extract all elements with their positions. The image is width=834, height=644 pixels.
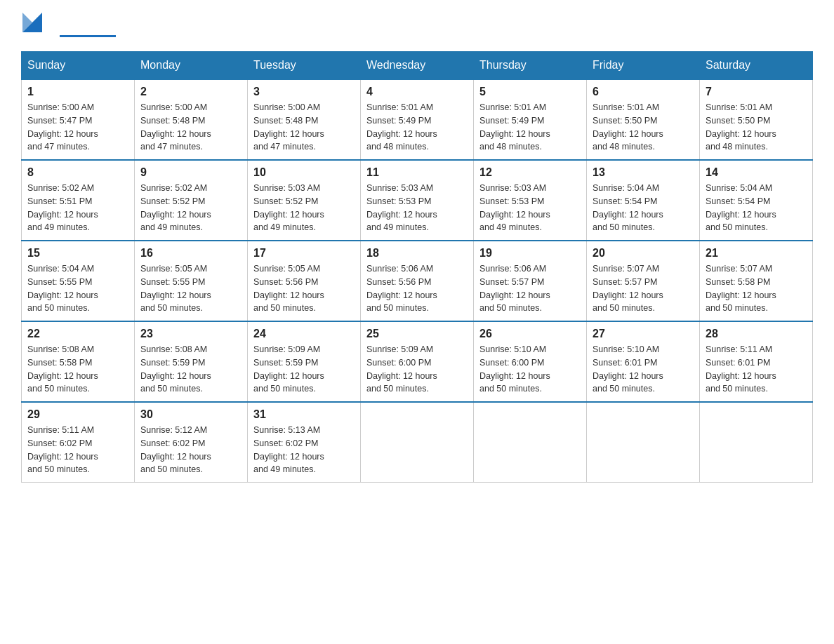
day-number: 2: [140, 86, 241, 98]
calendar-cell: 5 Sunrise: 5:01 AM Sunset: 5:49 PM Dayli…: [474, 79, 587, 160]
calendar-cell: 15 Sunrise: 5:04 AM Sunset: 5:55 PM Dayl…: [22, 241, 135, 321]
day-info: Sunrise: 5:11 AM Sunset: 6:01 PM Dayligh…: [706, 343, 807, 396]
calendar-cell: 28 Sunrise: 5:11 AM Sunset: 6:01 PM Dayl…: [700, 321, 813, 402]
day-number: 21: [706, 247, 807, 260]
calendar-cell: 22 Sunrise: 5:08 AM Sunset: 5:58 PM Dayl…: [22, 321, 135, 402]
day-info: Sunrise: 5:06 AM Sunset: 5:57 PM Dayligh…: [479, 262, 581, 315]
day-info: Sunrise: 5:10 AM Sunset: 6:01 PM Dayligh…: [593, 343, 694, 396]
logo: [21, 14, 44, 34]
day-number: 10: [253, 166, 355, 179]
day-info: Sunrise: 5:09 AM Sunset: 5:59 PM Dayligh…: [253, 343, 355, 396]
weekday-header-friday: Friday: [587, 52, 700, 80]
logo-area: [21, 14, 116, 37]
day-number: 23: [140, 328, 241, 340]
calendar-cell: 16 Sunrise: 5:05 AM Sunset: 5:55 PM Dayl…: [135, 241, 248, 321]
day-number: 13: [593, 166, 694, 179]
calendar-cell: 8 Sunrise: 5:02 AM Sunset: 5:51 PM Dayli…: [22, 160, 135, 241]
day-number: 11: [366, 166, 468, 179]
day-number: 3: [253, 86, 355, 98]
calendar-cell: 10 Sunrise: 5:03 AM Sunset: 5:52 PM Dayl…: [248, 160, 361, 241]
day-info: Sunrise: 5:01 AM Sunset: 5:49 PM Dayligh…: [479, 101, 581, 154]
day-info: Sunrise: 5:01 AM Sunset: 5:50 PM Dayligh…: [706, 101, 807, 154]
calendar-cell: 4 Sunrise: 5:01 AM Sunset: 5:49 PM Dayli…: [361, 79, 474, 160]
day-number: 15: [27, 247, 128, 260]
calendar-cell: 11 Sunrise: 5:03 AM Sunset: 5:53 PM Dayl…: [361, 160, 474, 241]
day-number: 30: [140, 408, 241, 421]
day-number: 16: [140, 247, 241, 260]
calendar-cell: 3 Sunrise: 5:00 AM Sunset: 5:48 PM Dayli…: [248, 79, 361, 160]
day-info: Sunrise: 5:11 AM Sunset: 6:02 PM Dayligh…: [27, 424, 128, 476]
calendar-cell: 21 Sunrise: 5:07 AM Sunset: 5:58 PM Dayl…: [700, 241, 813, 321]
day-number: 9: [140, 166, 241, 179]
calendar-cell: 7 Sunrise: 5:01 AM Sunset: 5:50 PM Dayli…: [700, 79, 813, 160]
day-info: Sunrise: 5:06 AM Sunset: 5:56 PM Dayligh…: [366, 262, 468, 315]
calendar-cell: [700, 402, 813, 483]
page-header: [21, 14, 813, 37]
weekday-header-monday: Monday: [135, 52, 248, 80]
day-info: Sunrise: 5:00 AM Sunset: 5:48 PM Dayligh…: [140, 101, 241, 154]
calendar-cell: 25 Sunrise: 5:09 AM Sunset: 6:00 PM Dayl…: [361, 321, 474, 402]
week-row-4: 22 Sunrise: 5:08 AM Sunset: 5:58 PM Dayl…: [22, 321, 813, 402]
week-row-2: 8 Sunrise: 5:02 AM Sunset: 5:51 PM Dayli…: [22, 160, 813, 241]
calendar-cell: [361, 402, 474, 483]
day-number: 24: [253, 328, 355, 340]
day-number: 1: [27, 86, 128, 98]
calendar-cell: 13 Sunrise: 5:04 AM Sunset: 5:54 PM Dayl…: [587, 160, 700, 241]
weekday-header-thursday: Thursday: [474, 52, 587, 80]
weekday-header-tuesday: Tuesday: [248, 52, 361, 80]
day-number: 19: [479, 247, 581, 260]
day-number: 25: [366, 328, 468, 340]
day-info: Sunrise: 5:07 AM Sunset: 5:58 PM Dayligh…: [706, 262, 807, 315]
day-info: Sunrise: 5:13 AM Sunset: 6:02 PM Dayligh…: [253, 424, 355, 476]
day-number: 8: [27, 166, 128, 179]
calendar-table: SundayMondayTuesdayWednesdayThursdayFrid…: [21, 51, 813, 483]
week-row-5: 29 Sunrise: 5:11 AM Sunset: 6:02 PM Dayl…: [22, 402, 813, 483]
day-number: 20: [593, 247, 694, 260]
day-info: Sunrise: 5:05 AM Sunset: 5:56 PM Dayligh…: [253, 262, 355, 315]
day-info: Sunrise: 5:03 AM Sunset: 5:53 PM Dayligh…: [479, 182, 581, 234]
day-info: Sunrise: 5:03 AM Sunset: 5:52 PM Dayligh…: [253, 182, 355, 234]
calendar-cell: 19 Sunrise: 5:06 AM Sunset: 5:57 PM Dayl…: [474, 241, 587, 321]
calendar-cell: 20 Sunrise: 5:07 AM Sunset: 5:57 PM Dayl…: [587, 241, 700, 321]
logo-underline: [60, 35, 116, 37]
day-number: 31: [253, 408, 355, 421]
calendar-cell: 9 Sunrise: 5:02 AM Sunset: 5:52 PM Dayli…: [135, 160, 248, 241]
day-info: Sunrise: 5:05 AM Sunset: 5:55 PM Dayligh…: [140, 262, 241, 315]
calendar-cell: 23 Sunrise: 5:08 AM Sunset: 5:59 PM Dayl…: [135, 321, 248, 402]
day-info: Sunrise: 5:07 AM Sunset: 5:57 PM Dayligh…: [593, 262, 694, 315]
day-info: Sunrise: 5:00 AM Sunset: 5:48 PM Dayligh…: [253, 101, 355, 154]
day-number: 18: [366, 247, 468, 260]
day-number: 6: [593, 86, 694, 98]
calendar-cell: 12 Sunrise: 5:03 AM Sunset: 5:53 PM Dayl…: [474, 160, 587, 241]
day-info: Sunrise: 5:02 AM Sunset: 5:52 PM Dayligh…: [140, 182, 241, 234]
calendar-cell: 1 Sunrise: 5:00 AM Sunset: 5:47 PM Dayli…: [22, 79, 135, 160]
weekday-header-wednesday: Wednesday: [361, 52, 474, 80]
day-info: Sunrise: 5:04 AM Sunset: 5:55 PM Dayligh…: [27, 262, 128, 315]
calendar-cell: 29 Sunrise: 5:11 AM Sunset: 6:02 PM Dayl…: [22, 402, 135, 483]
calendar-cell: [474, 402, 587, 483]
day-number: 27: [593, 328, 694, 340]
day-info: Sunrise: 5:02 AM Sunset: 5:51 PM Dayligh…: [27, 182, 128, 234]
day-number: 7: [706, 86, 807, 98]
day-number: 4: [366, 86, 468, 98]
weekday-header-sunday: Sunday: [22, 52, 135, 80]
calendar-cell: 30 Sunrise: 5:12 AM Sunset: 6:02 PM Dayl…: [135, 402, 248, 483]
day-info: Sunrise: 5:01 AM Sunset: 5:50 PM Dayligh…: [593, 101, 694, 154]
week-row-3: 15 Sunrise: 5:04 AM Sunset: 5:55 PM Dayl…: [22, 241, 813, 321]
calendar-cell: [587, 402, 700, 483]
day-number: 26: [479, 328, 581, 340]
day-number: 17: [253, 247, 355, 260]
calendar-cell: 27 Sunrise: 5:10 AM Sunset: 6:01 PM Dayl…: [587, 321, 700, 402]
day-number: 28: [706, 328, 807, 340]
calendar-cell: 24 Sunrise: 5:09 AM Sunset: 5:59 PM Dayl…: [248, 321, 361, 402]
weekday-header-row: SundayMondayTuesdayWednesdayThursdayFrid…: [22, 52, 813, 80]
calendar-cell: 31 Sunrise: 5:13 AM Sunset: 6:02 PM Dayl…: [248, 402, 361, 483]
day-info: Sunrise: 5:04 AM Sunset: 5:54 PM Dayligh…: [706, 182, 807, 234]
day-info: Sunrise: 5:03 AM Sunset: 5:53 PM Dayligh…: [366, 182, 468, 234]
week-row-1: 1 Sunrise: 5:00 AM Sunset: 5:47 PM Dayli…: [22, 79, 813, 160]
day-number: 22: [27, 328, 128, 340]
day-number: 5: [479, 86, 581, 98]
calendar-cell: 6 Sunrise: 5:01 AM Sunset: 5:50 PM Dayli…: [587, 79, 700, 160]
day-info: Sunrise: 5:08 AM Sunset: 5:58 PM Dayligh…: [27, 343, 128, 396]
calendar-cell: 26 Sunrise: 5:10 AM Sunset: 6:00 PM Dayl…: [474, 321, 587, 402]
